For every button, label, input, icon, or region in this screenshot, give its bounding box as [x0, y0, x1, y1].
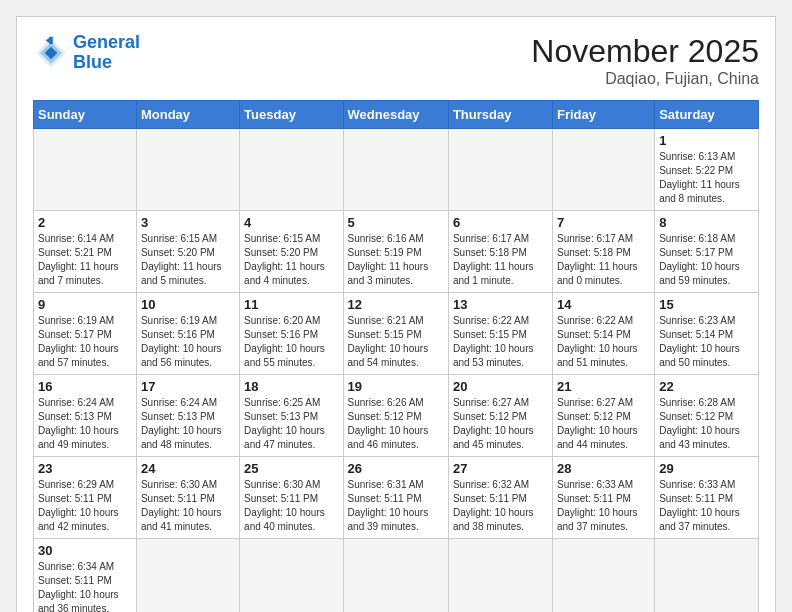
calendar-cell: 25Sunrise: 6:30 AM Sunset: 5:11 PM Dayli…	[240, 457, 343, 539]
calendar-week-3: 16Sunrise: 6:24 AM Sunset: 5:13 PM Dayli…	[34, 375, 759, 457]
calendar-week-0: 1Sunrise: 6:13 AM Sunset: 5:22 PM Daylig…	[34, 129, 759, 211]
calendar-cell: 27Sunrise: 6:32 AM Sunset: 5:11 PM Dayli…	[448, 457, 552, 539]
day-number: 15	[659, 297, 754, 312]
calendar-cell	[448, 129, 552, 211]
calendar-cell: 30Sunrise: 6:34 AM Sunset: 5:11 PM Dayli…	[34, 539, 137, 613]
logo: General Blue	[33, 33, 140, 73]
logo-line1: General	[73, 32, 140, 52]
calendar-cell: 24Sunrise: 6:30 AM Sunset: 5:11 PM Dayli…	[136, 457, 239, 539]
calendar-cell: 16Sunrise: 6:24 AM Sunset: 5:13 PM Dayli…	[34, 375, 137, 457]
calendar-cell	[552, 129, 654, 211]
calendar-week-4: 23Sunrise: 6:29 AM Sunset: 5:11 PM Dayli…	[34, 457, 759, 539]
calendar-cell: 14Sunrise: 6:22 AM Sunset: 5:14 PM Dayli…	[552, 293, 654, 375]
day-info: Sunrise: 6:19 AM Sunset: 5:17 PM Dayligh…	[38, 314, 132, 370]
calendar-cell: 21Sunrise: 6:27 AM Sunset: 5:12 PM Dayli…	[552, 375, 654, 457]
calendar-cell	[448, 539, 552, 613]
calendar-cell: 23Sunrise: 6:29 AM Sunset: 5:11 PM Dayli…	[34, 457, 137, 539]
calendar-cell: 29Sunrise: 6:33 AM Sunset: 5:11 PM Dayli…	[655, 457, 759, 539]
day-number: 24	[141, 461, 235, 476]
day-number: 29	[659, 461, 754, 476]
day-number: 2	[38, 215, 132, 230]
calendar-cell: 18Sunrise: 6:25 AM Sunset: 5:13 PM Dayli…	[240, 375, 343, 457]
day-info: Sunrise: 6:20 AM Sunset: 5:16 PM Dayligh…	[244, 314, 338, 370]
day-number: 23	[38, 461, 132, 476]
calendar-week-1: 2Sunrise: 6:14 AM Sunset: 5:21 PM Daylig…	[34, 211, 759, 293]
weekday-header-wednesday: Wednesday	[343, 101, 448, 129]
calendar-cell: 8Sunrise: 6:18 AM Sunset: 5:17 PM Daylig…	[655, 211, 759, 293]
weekday-header-sunday: Sunday	[34, 101, 137, 129]
day-number: 6	[453, 215, 548, 230]
day-number: 20	[453, 379, 548, 394]
calendar-cell: 19Sunrise: 6:26 AM Sunset: 5:12 PM Dayli…	[343, 375, 448, 457]
day-info: Sunrise: 6:24 AM Sunset: 5:13 PM Dayligh…	[38, 396, 132, 452]
weekday-header-saturday: Saturday	[655, 101, 759, 129]
day-number: 26	[348, 461, 444, 476]
day-info: Sunrise: 6:15 AM Sunset: 5:20 PM Dayligh…	[244, 232, 338, 288]
day-info: Sunrise: 6:23 AM Sunset: 5:14 PM Dayligh…	[659, 314, 754, 370]
day-number: 7	[557, 215, 650, 230]
calendar-week-2: 9Sunrise: 6:19 AM Sunset: 5:17 PM Daylig…	[34, 293, 759, 375]
day-number: 5	[348, 215, 444, 230]
calendar-cell: 13Sunrise: 6:22 AM Sunset: 5:15 PM Dayli…	[448, 293, 552, 375]
title-block: November 2025 Daqiao, Fujian, China	[531, 33, 759, 88]
weekday-header-monday: Monday	[136, 101, 239, 129]
day-info: Sunrise: 6:15 AM Sunset: 5:20 PM Dayligh…	[141, 232, 235, 288]
day-info: Sunrise: 6:19 AM Sunset: 5:16 PM Dayligh…	[141, 314, 235, 370]
day-number: 22	[659, 379, 754, 394]
day-info: Sunrise: 6:30 AM Sunset: 5:11 PM Dayligh…	[244, 478, 338, 534]
calendar-cell: 26Sunrise: 6:31 AM Sunset: 5:11 PM Dayli…	[343, 457, 448, 539]
day-info: Sunrise: 6:21 AM Sunset: 5:15 PM Dayligh…	[348, 314, 444, 370]
day-number: 28	[557, 461, 650, 476]
calendar-cell: 6Sunrise: 6:17 AM Sunset: 5:18 PM Daylig…	[448, 211, 552, 293]
day-number: 27	[453, 461, 548, 476]
day-info: Sunrise: 6:13 AM Sunset: 5:22 PM Dayligh…	[659, 150, 754, 206]
calendar-cell: 5Sunrise: 6:16 AM Sunset: 5:19 PM Daylig…	[343, 211, 448, 293]
calendar-cell	[343, 129, 448, 211]
calendar-cell	[136, 129, 239, 211]
day-info: Sunrise: 6:17 AM Sunset: 5:18 PM Dayligh…	[453, 232, 548, 288]
calendar-cell: 2Sunrise: 6:14 AM Sunset: 5:21 PM Daylig…	[34, 211, 137, 293]
day-info: Sunrise: 6:33 AM Sunset: 5:11 PM Dayligh…	[659, 478, 754, 534]
calendar-cell: 3Sunrise: 6:15 AM Sunset: 5:20 PM Daylig…	[136, 211, 239, 293]
calendar-cell: 20Sunrise: 6:27 AM Sunset: 5:12 PM Dayli…	[448, 375, 552, 457]
day-info: Sunrise: 6:29 AM Sunset: 5:11 PM Dayligh…	[38, 478, 132, 534]
day-info: Sunrise: 6:24 AM Sunset: 5:13 PM Dayligh…	[141, 396, 235, 452]
calendar-cell	[240, 129, 343, 211]
page: General Blue November 2025 Daqiao, Fujia…	[16, 16, 776, 612]
day-info: Sunrise: 6:31 AM Sunset: 5:11 PM Dayligh…	[348, 478, 444, 534]
calendar-cell: 22Sunrise: 6:28 AM Sunset: 5:12 PM Dayli…	[655, 375, 759, 457]
day-number: 13	[453, 297, 548, 312]
day-info: Sunrise: 6:30 AM Sunset: 5:11 PM Dayligh…	[141, 478, 235, 534]
calendar-title: November 2025	[531, 33, 759, 70]
day-number: 12	[348, 297, 444, 312]
header: General Blue November 2025 Daqiao, Fujia…	[33, 33, 759, 88]
day-info: Sunrise: 6:26 AM Sunset: 5:12 PM Dayligh…	[348, 396, 444, 452]
calendar-table: SundayMondayTuesdayWednesdayThursdayFrid…	[33, 100, 759, 612]
day-number: 14	[557, 297, 650, 312]
day-info: Sunrise: 6:22 AM Sunset: 5:15 PM Dayligh…	[453, 314, 548, 370]
day-number: 25	[244, 461, 338, 476]
day-info: Sunrise: 6:22 AM Sunset: 5:14 PM Dayligh…	[557, 314, 650, 370]
calendar-cell: 28Sunrise: 6:33 AM Sunset: 5:11 PM Dayli…	[552, 457, 654, 539]
calendar-cell	[655, 539, 759, 613]
calendar-cell	[136, 539, 239, 613]
calendar-cell: 12Sunrise: 6:21 AM Sunset: 5:15 PM Dayli…	[343, 293, 448, 375]
day-number: 4	[244, 215, 338, 230]
day-info: Sunrise: 6:33 AM Sunset: 5:11 PM Dayligh…	[557, 478, 650, 534]
day-number: 11	[244, 297, 338, 312]
calendar-cell	[34, 129, 137, 211]
day-info: Sunrise: 6:27 AM Sunset: 5:12 PM Dayligh…	[557, 396, 650, 452]
day-number: 30	[38, 543, 132, 558]
day-number: 8	[659, 215, 754, 230]
calendar-cell: 9Sunrise: 6:19 AM Sunset: 5:17 PM Daylig…	[34, 293, 137, 375]
calendar-cell: 4Sunrise: 6:15 AM Sunset: 5:20 PM Daylig…	[240, 211, 343, 293]
day-number: 18	[244, 379, 338, 394]
calendar-cell: 7Sunrise: 6:17 AM Sunset: 5:18 PM Daylig…	[552, 211, 654, 293]
day-number: 19	[348, 379, 444, 394]
logo-icon	[33, 35, 69, 71]
day-info: Sunrise: 6:32 AM Sunset: 5:11 PM Dayligh…	[453, 478, 548, 534]
day-info: Sunrise: 6:25 AM Sunset: 5:13 PM Dayligh…	[244, 396, 338, 452]
calendar-cell	[343, 539, 448, 613]
logo-text: General Blue	[73, 33, 140, 73]
day-info: Sunrise: 6:16 AM Sunset: 5:19 PM Dayligh…	[348, 232, 444, 288]
